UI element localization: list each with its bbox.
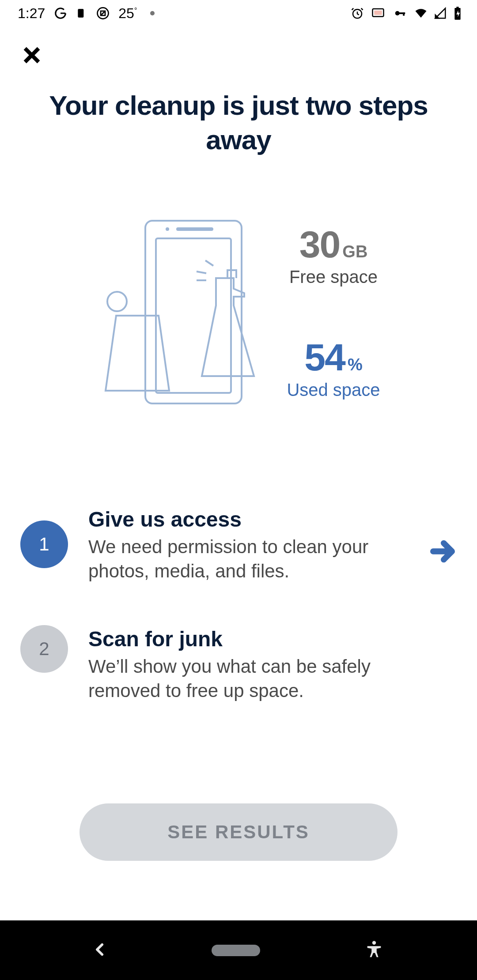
svg-rect-12	[156, 238, 231, 393]
free-space-value-row: 30GB	[289, 222, 378, 266]
status-dot-icon	[150, 11, 155, 15]
free-space-value: 30	[299, 222, 340, 266]
android-nav-bar	[0, 920, 477, 980]
nav-home-pill[interactable]	[212, 945, 260, 956]
used-space-unit: %	[348, 355, 363, 374]
wifi-icon	[414, 7, 428, 20]
step-desc-2: We’ll show you what can be safely remove…	[88, 655, 406, 703]
step-badge-1: 1	[20, 520, 68, 568]
nav-accessibility-button[interactable]	[364, 939, 384, 961]
used-space-stat: 54% Used space	[287, 335, 380, 400]
svg-rect-5	[374, 11, 382, 15]
step-text-2: Scan for junk We’ll show you what can be…	[88, 625, 457, 703]
step-give-access[interactable]: 1 Give us access We need permission to c…	[20, 505, 457, 583]
free-space-label: Free space	[289, 267, 378, 287]
svg-rect-10	[456, 7, 458, 8]
status-clock: 1:27	[18, 5, 45, 22]
svg-rect-0	[78, 9, 84, 18]
step-text-1: Give us access We need permission to cle…	[88, 505, 404, 583]
step-title-1: Give us access	[88, 507, 404, 531]
steps-list: 1 Give us access We need permission to c…	[0, 505, 477, 703]
status-right	[351, 6, 462, 20]
step-badge-2: 2	[20, 625, 68, 673]
app-icon	[76, 7, 87, 20]
status-temperature: 25°	[118, 5, 137, 22]
stats-area: 30GB Free space 54% Used space	[0, 214, 477, 408]
step-desc-1: We need permission to clean your photos,…	[88, 535, 404, 583]
temperature-value: 25	[118, 5, 134, 21]
alarm-icon	[351, 7, 364, 20]
used-space-value: 54	[304, 335, 345, 379]
free-space-unit: GB	[342, 242, 367, 261]
close-icon	[22, 45, 42, 65]
arrow-right-icon	[428, 537, 457, 565]
phone-cleanup-illustration	[97, 214, 256, 408]
free-space-stat: 30GB Free space	[289, 222, 378, 287]
page-title: Your cleanup is just two steps away	[0, 88, 477, 157]
step-title-2: Scan for junk	[88, 627, 457, 651]
see-results-button[interactable]: SEE RESULTS	[80, 803, 398, 861]
top-bar	[0, 26, 477, 84]
close-button[interactable]	[19, 43, 44, 68]
screenshot-icon	[96, 7, 110, 20]
used-space-label: Used space	[287, 380, 380, 400]
screen: 1:27 25°	[0, 0, 477, 980]
battery-charging-icon	[453, 6, 462, 20]
temperature-unit: °	[134, 7, 137, 14]
cta-wrap: SEE RESULTS	[0, 803, 477, 861]
status-left: 1:27 25°	[18, 5, 155, 22]
step-scan-for-junk: 2 Scan for junk We’ll show you what can …	[20, 625, 457, 703]
svg-point-13	[166, 227, 169, 231]
cell-signal-icon	[434, 7, 447, 20]
google-icon	[54, 7, 67, 20]
nav-back-button[interactable]	[93, 942, 108, 959]
svg-rect-14	[176, 227, 213, 231]
svg-point-16	[372, 941, 376, 944]
svg-rect-8	[403, 12, 405, 16]
stats-column: 30GB Free space 54% Used space	[287, 222, 380, 400]
used-space-value-row: 54%	[287, 335, 380, 379]
cast-icon	[370, 7, 386, 20]
chevron-left-icon	[93, 942, 108, 957]
vpn-key-icon	[392, 7, 408, 20]
android-status-bar: 1:27 25°	[0, 0, 477, 26]
svg-point-15	[107, 292, 127, 311]
accessibility-icon	[364, 939, 384, 960]
